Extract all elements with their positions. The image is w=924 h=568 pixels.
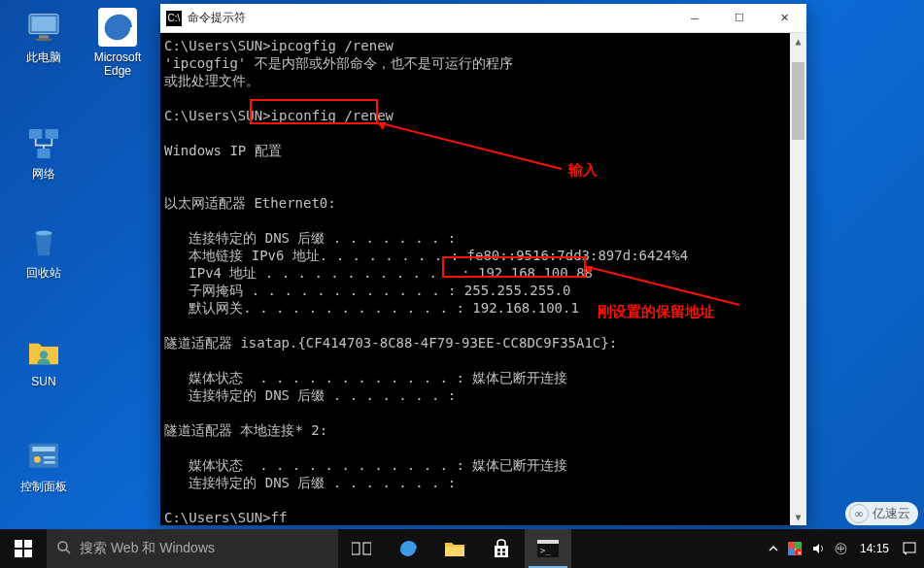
annotation-label-input: 输入 <box>568 161 598 179</box>
cmd-line: 媒体状态 . . . . . . . . . . . . : 媒体已断开连接 <box>160 369 806 386</box>
cmd-line: 媒体状态 . . . . . . . . . . . . : 媒体已断开连接 <box>160 456 806 474</box>
edge-icon <box>396 537 420 560</box>
ipv4-label: IPv4 地址 . . . . . . . . . . . . <box>164 265 462 281</box>
cmd-line: 连接特定的 DNS 后缀 . . . . . . . : <box>160 386 806 404</box>
annotation-box-input <box>250 99 378 124</box>
tray-ime-icon[interactable]: ㊥ <box>830 540 852 557</box>
watermark-icon: ∞ <box>849 504 869 523</box>
svg-rect-12 <box>44 456 55 459</box>
maximize-button[interactable]: ☐ <box>717 4 762 32</box>
edge-icon <box>98 8 137 47</box>
taskbar-app-store[interactable] <box>478 529 525 568</box>
svg-rect-13 <box>44 461 55 464</box>
svg-rect-4 <box>29 129 42 139</box>
taskbar-search[interactable]: 搜索 Web 和 Windows <box>47 529 338 568</box>
svg-point-7 <box>36 231 52 236</box>
scroll-down-arrow[interactable]: ▼ <box>790 509 806 525</box>
scroll-up-arrow[interactable]: ▲ <box>790 33 806 50</box>
desktop-icon-label: 此电脑 <box>8 50 80 64</box>
system-tray[interactable]: ✕ ㊥ 14:15 <box>762 529 924 568</box>
svg-rect-34 <box>788 542 795 549</box>
taskbar-app-cmd[interactable]: >_ <box>525 529 571 568</box>
taskbar-app-edge[interactable] <box>385 529 431 568</box>
svg-point-22 <box>58 542 67 551</box>
cmd-line <box>160 491 806 509</box>
desktop-icon-label: Microsoft Edge <box>82 50 154 78</box>
this-pc-icon <box>24 8 63 47</box>
watermark-text: 亿速云 <box>873 505 910 522</box>
desktop-icon-recycle-bin[interactable]: 回收站 <box>8 223 80 280</box>
svg-line-23 <box>66 550 70 553</box>
svg-rect-5 <box>46 129 58 139</box>
taskview-button[interactable] <box>338 529 385 568</box>
svg-rect-40 <box>904 543 915 552</box>
svg-rect-32 <box>537 540 559 544</box>
user-folder-icon <box>24 332 63 371</box>
cmd-line: 子网掩码 . . . . . . . . . . . . : 255.255.2… <box>160 282 806 299</box>
tray-clock[interactable]: 14:15 <box>852 542 897 555</box>
cmd-window[interactable]: C:\ 命令提示符 ─ ☐ ✕ C:\Users\SUN>ipcogfig /r… <box>160 4 806 525</box>
desktop: 此电脑 Microsoft Edge 网络 回收站 SUN 控制面板 C:\ <box>0 0 924 568</box>
cmd-line <box>160 212 806 229</box>
svg-rect-2 <box>39 35 49 38</box>
annotation-label-reserved: 刚设置的保留地址 <box>598 303 714 320</box>
svg-rect-36 <box>788 549 795 555</box>
tray-chevron-icon[interactable] <box>764 544 783 553</box>
tray-volume-icon[interactable] <box>806 542 830 555</box>
svg-text:✕: ✕ <box>797 550 802 555</box>
scroll-thumb[interactable] <box>792 62 804 140</box>
svg-rect-28 <box>502 549 505 551</box>
close-button[interactable]: ✕ <box>762 4 806 32</box>
tray-notifications-icon[interactable] <box>897 541 922 556</box>
cmd-line <box>160 404 806 421</box>
folder-icon <box>444 539 465 558</box>
desktop-icon-network[interactable]: 网络 <box>8 124 80 181</box>
desktop-icon-label: 控制面板 <box>8 480 80 493</box>
minimize-button[interactable]: ─ <box>672 4 717 32</box>
svg-rect-20 <box>15 550 22 557</box>
cmd-line: 'ipcogfig' 不是内部或外部命令，也不是可运行的程序 <box>160 54 806 72</box>
cmd-scrollbar[interactable]: ▲ ▼ <box>790 33 806 525</box>
svg-point-8 <box>40 351 48 358</box>
cmd-line <box>160 351 806 369</box>
cmd-line: Windows IP 配置 <box>160 142 806 159</box>
cmd-line: 以太网适配器 Ethernet0: <box>160 194 806 212</box>
search-placeholder: 搜索 Web 和 Windows <box>80 540 215 557</box>
desktop-icon-sun[interactable]: SUN <box>8 332 80 388</box>
tray-security-icon[interactable]: ✕ <box>783 542 806 555</box>
watermark: ∞ 亿速云 <box>845 502 918 525</box>
svg-rect-3 <box>36 39 52 42</box>
cmd-line: 连接特定的 DNS 后缀 . . . . . . . : <box>160 229 806 247</box>
desktop-icon-control-panel[interactable]: 控制面板 <box>8 437 80 493</box>
desktop-icon-this-pc[interactable]: 此电脑 <box>8 8 80 64</box>
svg-rect-10 <box>32 447 54 451</box>
cmd-titlebar[interactable]: C:\ 命令提示符 ─ ☐ ✕ <box>160 4 806 33</box>
start-button[interactable] <box>0 529 47 568</box>
svg-rect-25 <box>363 543 371 554</box>
network-icon <box>24 124 63 163</box>
svg-rect-24 <box>352 543 359 554</box>
cmd-title-text: 命令提示符 <box>188 10 672 26</box>
svg-rect-21 <box>24 550 32 557</box>
svg-rect-18 <box>15 540 22 548</box>
cmd-body[interactable]: C:\Users\SUN>ipcogfig /renew 'ipcogfig' … <box>160 33 806 525</box>
svg-point-11 <box>34 456 41 463</box>
svg-rect-6 <box>37 149 50 158</box>
svg-rect-1 <box>32 17 56 31</box>
taskview-icon <box>352 541 371 556</box>
annotation-box-ipv4 <box>442 256 586 278</box>
taskbar-app-explorer[interactable] <box>431 529 478 568</box>
cmd-line: C:\Users\SUN>ipcogfig /renew <box>160 37 806 54</box>
taskbar[interactable]: 搜索 Web 和 Windows >_ ✕ ㊥ 14:15 <box>0 529 924 568</box>
cmd-title-icon: C:\ <box>166 11 182 26</box>
desktop-icon-edge[interactable]: Microsoft Edge <box>82 8 154 78</box>
desktop-icon-label: 回收站 <box>8 266 80 280</box>
recycle-bin-icon <box>24 223 63 262</box>
cmd-line: 隧道适配器 本地连接* 2: <box>160 421 806 439</box>
svg-rect-35 <box>795 542 802 549</box>
cmd-line: C:\Users\SUN>ff <box>160 509 806 525</box>
search-icon <box>56 540 72 558</box>
cmd-line <box>160 159 806 177</box>
cmd-line: 或批处理文件。 <box>160 72 806 89</box>
svg-text:>_: >_ <box>540 546 551 555</box>
